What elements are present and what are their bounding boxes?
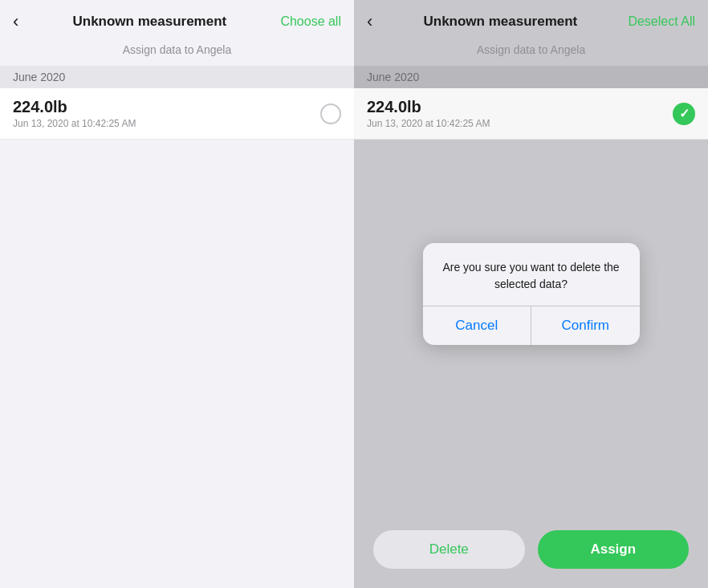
dialog-buttons: Cancel Confirm [423, 306, 640, 345]
left-title: Unknown measurement [72, 14, 226, 30]
delete-confirmation-dialog: Are you sure you want to delete the sele… [423, 243, 640, 345]
dialog-message: Are you sure you want to delete the sele… [423, 243, 640, 306]
left-section-header: June 2020 [0, 66, 354, 88]
left-item-radio[interactable] [320, 103, 341, 124]
dialog-overlay: Are you sure you want to delete the sele… [354, 0, 708, 588]
left-list-item[interactable]: 224.0lb Jun 13, 2020 at 10:42:25 AM [0, 88, 354, 140]
right-panel: ‹ Unknown measurement Deselect All Assig… [354, 0, 708, 588]
left-item-value: 224.0lb [13, 98, 136, 116]
left-item-text: 224.0lb Jun 13, 2020 at 10:42:25 AM [13, 98, 136, 129]
left-header: ‹ Unknown measurement Choose all [0, 0, 354, 40]
confirm-button[interactable]: Confirm [531, 306, 640, 345]
left-panel: ‹ Unknown measurement Choose all Assign … [0, 0, 354, 588]
left-back-button[interactable]: ‹ [13, 13, 18, 30]
left-item-timestamp: Jun 13, 2020 at 10:42:25 AM [13, 118, 136, 129]
left-subtitle: Assign data to Angela [0, 40, 354, 66]
cancel-button[interactable]: Cancel [423, 306, 531, 345]
left-choose-all-button[interactable]: Choose all [280, 14, 341, 29]
